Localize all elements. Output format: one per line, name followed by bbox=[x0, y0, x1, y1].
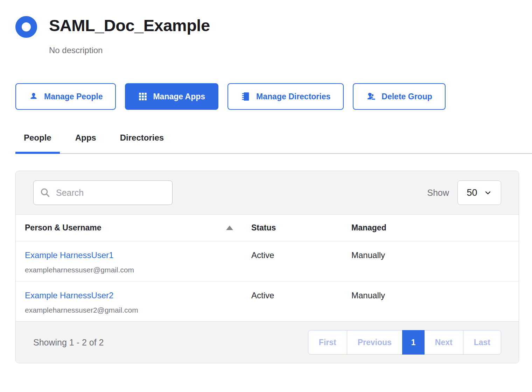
pagination-page-1-button[interactable]: 1 bbox=[402, 330, 425, 355]
search-icon bbox=[40, 187, 51, 198]
table-toolbar: Show 50 bbox=[16, 171, 519, 215]
table-row: Example HarnessUser1 exampleharnessuser@… bbox=[16, 241, 519, 281]
status-value: Active bbox=[251, 291, 351, 300]
page-size-control: Show 50 bbox=[427, 180, 501, 205]
column-header-managed[interactable]: Managed bbox=[351, 223, 510, 233]
tab-people-label: People bbox=[24, 133, 51, 142]
table-footer: Showing 1 - 2 of 2 First Previous 1 Next… bbox=[16, 321, 519, 363]
page-size-value: 50 bbox=[467, 187, 477, 198]
sort-ascending-icon bbox=[226, 226, 233, 230]
person-username: exampleharnessuser2@gmail.com bbox=[25, 306, 251, 314]
pagination-last-button[interactable]: Last bbox=[463, 330, 501, 355]
managed-value: Manually bbox=[351, 250, 510, 260]
delete-group-label: Delete Group bbox=[382, 93, 432, 101]
manage-apps-label: Manage Apps bbox=[153, 93, 205, 101]
group-description: No description bbox=[49, 45, 210, 55]
manage-directories-label: Manage Directories bbox=[256, 93, 330, 101]
manage-directories-button[interactable]: Manage Directories bbox=[227, 83, 344, 110]
tab-directories[interactable]: Directories bbox=[112, 133, 172, 153]
page-title: SAML_Doc_Example bbox=[49, 15, 210, 36]
action-button-row: Manage People Manage Apps Manage Directo… bbox=[15, 83, 519, 110]
tab-people[interactable]: People bbox=[15, 133, 60, 153]
pagination-next-button[interactable]: Next bbox=[424, 330, 463, 355]
group-page: SAML_Doc_Example No description Manage P… bbox=[0, 0, 532, 363]
person-link[interactable]: Example HarnessUser1 bbox=[25, 250, 113, 260]
pagination-previous-button[interactable]: Previous bbox=[347, 330, 402, 355]
pagination-first-button[interactable]: First bbox=[308, 330, 347, 355]
table-row: Example HarnessUser2 exampleharnessuser2… bbox=[16, 281, 519, 321]
managed-value: Manually bbox=[351, 291, 510, 300]
person-username: exampleharnessuser@gmail.com bbox=[25, 266, 251, 274]
results-summary: Showing 1 - 2 of 2 bbox=[33, 337, 104, 348]
person-icon bbox=[29, 92, 38, 101]
pagination: First Previous 1 Next Last bbox=[308, 330, 501, 355]
column-header-person-label: Person & Username bbox=[25, 223, 102, 233]
group-header: SAML_Doc_Example No description bbox=[15, 15, 519, 55]
manage-apps-button[interactable]: Manage Apps bbox=[125, 83, 218, 110]
search-input[interactable] bbox=[33, 180, 173, 205]
group-icon bbox=[15, 16, 37, 38]
people-table-card: Show 50 Person & Username Status Managed… bbox=[15, 171, 519, 363]
manage-people-button[interactable]: Manage People bbox=[15, 83, 116, 110]
column-header-person[interactable]: Person & Username bbox=[25, 223, 251, 233]
directory-icon bbox=[241, 92, 251, 101]
page-size-select[interactable]: 50 bbox=[457, 180, 501, 205]
tab-bar: People Apps Directories bbox=[15, 133, 532, 154]
person-link[interactable]: Example HarnessUser2 bbox=[25, 291, 113, 300]
person-remove-icon bbox=[366, 92, 376, 101]
delete-group-button[interactable]: Delete Group bbox=[353, 83, 445, 110]
column-header-status[interactable]: Status bbox=[251, 223, 351, 233]
chevron-down-icon bbox=[484, 188, 492, 197]
tab-apps[interactable]: Apps bbox=[67, 133, 105, 153]
tab-apps-label: Apps bbox=[75, 133, 96, 142]
grid-icon bbox=[138, 92, 147, 101]
search-wrap bbox=[33, 180, 173, 205]
tab-directories-label: Directories bbox=[120, 133, 164, 142]
status-value: Active bbox=[251, 250, 351, 260]
table-header-row: Person & Username Status Managed bbox=[16, 215, 519, 241]
show-label: Show bbox=[427, 188, 449, 198]
manage-people-label: Manage People bbox=[44, 93, 103, 101]
